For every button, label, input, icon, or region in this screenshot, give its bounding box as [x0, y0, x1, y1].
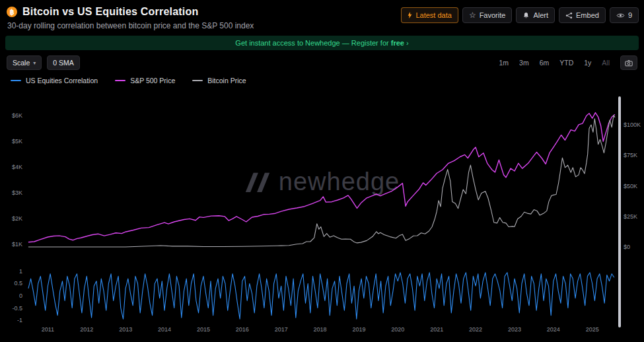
range-1m-button[interactable]: 1m	[493, 57, 514, 69]
page-title: Bitcoin vs US Equities Correlation	[22, 6, 198, 18]
x-axis-tick: 2012	[76, 326, 97, 333]
scale-dropdown[interactable]: Scale ▾	[7, 55, 42, 70]
bitcoin-swatch	[192, 80, 203, 81]
latest-data-button[interactable]: Latest data	[401, 7, 458, 23]
x-axis-tick: 2013	[115, 326, 136, 333]
legend-item-sp500[interactable]: S&P 500 Price	[115, 77, 175, 85]
right-axis-tick: $0	[624, 244, 630, 250]
x-axis-tick: 2014	[154, 326, 175, 333]
bitcoin-price-line	[28, 115, 615, 247]
chevron-down-icon: ▾	[33, 60, 36, 66]
left-axis-tick: $5K	[0, 138, 22, 145]
page-subtitle: 30-day rolling correlation between bitco…	[7, 21, 254, 30]
share-icon	[565, 12, 573, 19]
eye-icon	[616, 13, 625, 18]
range-1y-button[interactable]: 1y	[579, 57, 596, 69]
right-axis-tick: $50K	[624, 183, 637, 189]
x-axis-tick: 2017	[271, 326, 292, 333]
sub-axis-tick: 1	[0, 268, 22, 275]
correlation-chart[interactable]	[26, 269, 618, 322]
main-chart[interactable]	[26, 98, 618, 261]
left-axis-tick: $1K	[0, 241, 22, 248]
x-axis-tick: 2023	[504, 326, 525, 333]
alert-button[interactable]: Alert	[516, 7, 555, 23]
correlation-line	[28, 273, 614, 319]
sub-axis-tick: 0	[0, 292, 22, 299]
x-axis-tick: 2018	[310, 326, 331, 333]
correlation-swatch	[11, 80, 21, 81]
embed-button[interactable]: Embed	[559, 7, 606, 23]
range-all-button[interactable]: All	[596, 57, 615, 69]
x-axis-tick: 2015	[193, 326, 214, 333]
views-button[interactable]: 9	[610, 7, 639, 23]
sub-axis-tick: 0.5	[0, 280, 22, 287]
x-axis-tick: 2011	[37, 326, 58, 333]
x-axis-tick: 2024	[543, 326, 564, 333]
right-axis-tick: $25K	[624, 213, 637, 220]
x-axis-tick: 2025	[582, 326, 603, 333]
views-count: 9	[628, 11, 632, 19]
sp500-swatch	[115, 80, 125, 81]
right-axis-tick: $100K	[624, 121, 641, 128]
sma-button[interactable]: 0 SMA	[47, 55, 80, 70]
x-axis-tick: 2016	[232, 326, 253, 333]
favorite-label: Favorite	[480, 11, 506, 19]
legend-label: US Equities Correlation	[26, 77, 98, 85]
x-axis-tick: 2020	[387, 326, 408, 333]
bitcoin-icon: ฿	[7, 7, 17, 17]
chart-area: newhedge $6K$5K$4K$3K$2K$1K$100K$75K$50K…	[0, 91, 644, 337]
sub-axis-tick: -1	[0, 317, 22, 324]
range-ytd-button[interactable]: YTD	[554, 57, 579, 69]
camera-icon	[625, 59, 633, 67]
banner-text: Get instant access to Newhedge — Registe…	[235, 39, 390, 47]
range-selector: 1m3m6mYTD1yAll	[493, 55, 637, 70]
left-axis-tick: $4K	[0, 164, 22, 170]
x-axis-tick: 2019	[348, 326, 369, 333]
bell-icon	[522, 12, 530, 19]
left-axis-tick: $3K	[0, 189, 22, 196]
x-axis-tick: 2021	[426, 326, 447, 333]
header: ฿ Bitcoin vs US Equities Correlation 30-…	[0, 0, 644, 30]
latest-data-label: Latest data	[415, 11, 451, 19]
header-titles: ฿ Bitcoin vs US Equities Correlation 30-…	[7, 6, 254, 30]
left-axis-tick: $6K	[0, 112, 22, 119]
star-icon: ☆	[469, 11, 476, 19]
legend-item-bitcoin[interactable]: Bitcoin Price	[192, 77, 246, 85]
sub-axis-tick: -0.5	[0, 305, 22, 312]
favorite-button[interactable]: ☆ Favorite	[462, 7, 513, 23]
left-axis-tick: $2K	[0, 215, 22, 222]
legend-label: Bitcoin Price	[207, 77, 246, 85]
legend-item-correlation[interactable]: US Equities Correlation	[11, 77, 98, 85]
alert-label: Alert	[533, 11, 548, 19]
range-6m-button[interactable]: 6m	[534, 57, 555, 69]
chart-scrollbar[interactable]	[618, 96, 621, 327]
sma-label: 0 SMA	[53, 59, 74, 67]
header-actions: Latest data ☆ Favorite Alert Embed 9	[401, 7, 639, 23]
promo-banner[interactable]: Get instant access to Newhedge — Registe…	[5, 36, 639, 50]
embed-label: Embed	[576, 11, 599, 19]
lightning-icon	[408, 12, 412, 18]
chart-toolbar: Scale ▾ 0 SMA 1m3m6mYTD1yAll	[0, 55, 644, 70]
screenshot-button[interactable]	[620, 55, 637, 70]
banner-free-label: free	[391, 39, 404, 47]
page: ฿ Bitcoin vs US Equities Correlation 30-…	[0, 0, 644, 342]
s-p-500-price-line	[28, 113, 615, 242]
range-3m-button[interactable]: 3m	[514, 57, 534, 69]
scale-label: Scale	[13, 59, 30, 67]
banner-arrow: ›	[406, 39, 409, 47]
legend-label: S&P 500 Price	[130, 77, 175, 85]
right-axis-tick: $75K	[624, 152, 637, 158]
x-axis-tick: 2022	[465, 326, 486, 333]
chart-legend: US Equities Correlation S&P 500 Price Bi…	[0, 77, 644, 85]
